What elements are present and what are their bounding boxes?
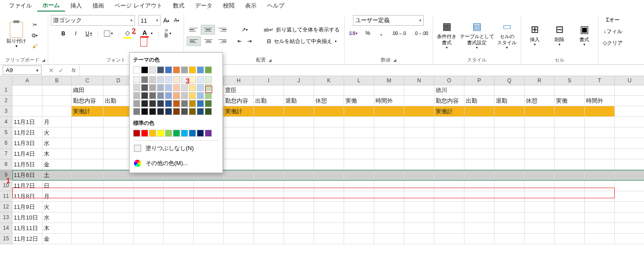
cell[interactable] — [585, 181, 615, 191]
cell[interactable] — [254, 85, 284, 96]
color-swatch[interactable] — [165, 130, 172, 137]
decrease-font-button[interactable]: A▾ — [172, 15, 181, 25]
cell[interactable] — [104, 191, 134, 202]
cell[interactable] — [404, 96, 434, 106]
color-swatch[interactable] — [181, 84, 188, 91]
paste-button[interactable]: 貼り付け ▾ — [5, 20, 27, 51]
cell[interactable] — [585, 117, 615, 127]
color-swatch[interactable] — [157, 66, 164, 73]
cell[interactable]: 木 — [42, 149, 72, 159]
cell[interactable] — [434, 159, 464, 170]
cell[interactable] — [164, 191, 194, 202]
cell[interactable] — [615, 212, 644, 223]
cell[interactable] — [404, 223, 434, 234]
cell[interactable] — [494, 181, 525, 191]
color-swatch[interactable] — [133, 100, 140, 107]
color-swatch[interactable] — [197, 84, 204, 91]
cell[interactable] — [525, 138, 555, 149]
cell[interactable] — [194, 223, 224, 234]
cell[interactable] — [525, 117, 555, 127]
autosum-button[interactable]: Σ オー — [604, 15, 621, 25]
cell[interactable] — [254, 223, 284, 234]
cell[interactable] — [464, 170, 494, 181]
color-swatch[interactable] — [165, 76, 172, 83]
cell[interactable] — [254, 234, 284, 244]
format-painter-button[interactable]: 🖌 — [30, 41, 39, 51]
color-swatch[interactable] — [173, 66, 180, 73]
cell[interactable] — [254, 159, 284, 170]
cell[interactable] — [314, 223, 344, 234]
cell[interactable] — [374, 191, 404, 202]
color-swatch[interactable] — [173, 130, 180, 137]
color-swatch[interactable] — [133, 66, 140, 73]
cell[interactable] — [585, 191, 615, 202]
cell[interactable]: 織田 — [72, 85, 104, 96]
cell[interactable]: 退勤 — [494, 96, 525, 106]
cell[interactable] — [72, 170, 104, 181]
cell[interactable] — [284, 106, 314, 117]
increase-font-button[interactable]: A▴ — [161, 15, 171, 25]
cell[interactable]: 休憩 — [314, 96, 344, 106]
color-swatch[interactable] — [157, 108, 164, 115]
cell[interactable] — [314, 234, 344, 244]
cell[interactable] — [224, 127, 254, 138]
cell[interactable] — [42, 106, 72, 117]
cell[interactable]: 11月12日 — [12, 234, 42, 244]
cell[interactable] — [404, 181, 434, 191]
color-swatch[interactable] — [165, 92, 172, 99]
cell[interactable] — [464, 127, 494, 138]
underline-button[interactable]: U▾ — [84, 29, 94, 39]
cell[interactable] — [284, 85, 314, 96]
cell[interactable] — [404, 117, 434, 127]
cell[interactable] — [555, 191, 585, 202]
cell[interactable] — [72, 223, 104, 234]
cell[interactable] — [224, 181, 254, 191]
color-swatch[interactable] — [149, 130, 156, 137]
cell[interactable] — [42, 96, 72, 106]
color-swatch[interactable] — [189, 92, 196, 99]
color-swatch[interactable] — [189, 76, 196, 83]
format-cells-button[interactable]: ▣書式▾ — [573, 22, 595, 49]
cell[interactable] — [344, 85, 374, 96]
cell[interactable] — [404, 127, 434, 138]
cell[interactable] — [615, 202, 644, 212]
cell[interactable] — [104, 234, 134, 244]
cell[interactable] — [104, 181, 134, 191]
row-header[interactable]: 8 — [0, 159, 12, 170]
cell[interactable]: 出勤 — [254, 96, 284, 106]
cell[interactable] — [284, 202, 314, 212]
cell[interactable] — [525, 191, 555, 202]
cell[interactable] — [72, 202, 104, 212]
menu-file[interactable]: ファイル — [4, 0, 37, 11]
row-header[interactable]: 10 — [0, 181, 12, 191]
cell[interactable] — [404, 149, 434, 159]
cell-styles-button[interactable]: ▭ セルの スタイル▾ — [496, 19, 518, 52]
cell[interactable]: 水 — [42, 212, 72, 223]
cell[interactable] — [555, 170, 585, 181]
cell[interactable] — [104, 202, 134, 212]
cell[interactable] — [585, 234, 615, 244]
cell[interactable] — [344, 202, 374, 212]
cell[interactable] — [254, 117, 284, 127]
cell[interactable] — [434, 234, 464, 244]
more-colors-button[interactable]: その他の色(M)... — [133, 156, 219, 171]
copy-button[interactable]: ⧉▾ — [30, 31, 39, 40]
row-header[interactable]: 14 — [0, 223, 12, 234]
cell[interactable] — [314, 149, 344, 159]
cell[interactable]: 勤怠内容 — [434, 96, 464, 106]
fill-color-button[interactable]: ◇ ▾ — [123, 28, 137, 39]
phonetic-button[interactable]: ア 亜▾ — [162, 29, 173, 39]
cell[interactable] — [404, 191, 434, 202]
color-swatch[interactable] — [149, 66, 156, 73]
cell[interactable] — [585, 202, 615, 212]
cell[interactable]: 11月9日 — [12, 202, 42, 212]
column-header[interactable]: Q — [494, 76, 525, 85]
row-header[interactable]: 13 — [0, 212, 12, 223]
column-header[interactable]: O — [434, 76, 464, 85]
cell[interactable]: 退勤 — [284, 96, 314, 106]
cell[interactable]: 土 — [42, 170, 72, 181]
number-format-combo[interactable]: ユーザー定義▾ — [353, 15, 424, 26]
cell[interactable] — [284, 127, 314, 138]
cell[interactable] — [615, 96, 644, 106]
cell[interactable] — [525, 85, 555, 96]
